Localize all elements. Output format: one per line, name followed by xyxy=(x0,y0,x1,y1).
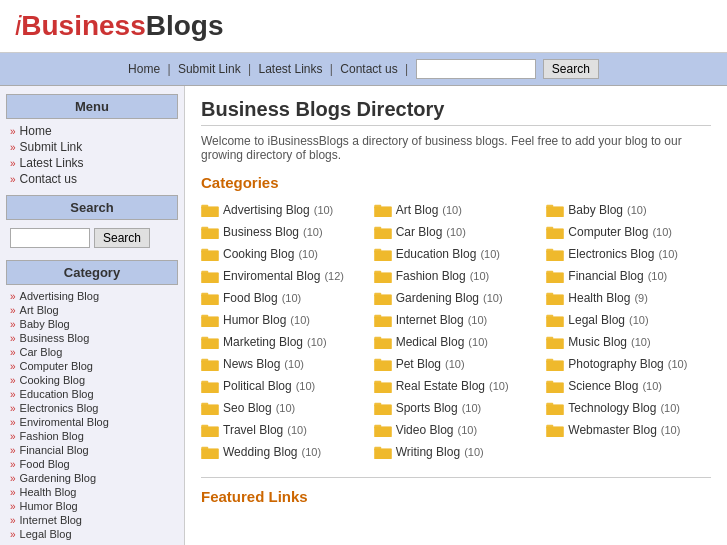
sidebar-category-item[interactable]: » Baby Blog xyxy=(6,317,178,331)
nav-search-button[interactable]: Search xyxy=(543,59,599,79)
sidebar-link-contact[interactable]: Contact us xyxy=(20,172,77,186)
sidebar-category-link[interactable]: Advertising Blog xyxy=(20,290,100,302)
category-link[interactable]: Video Blog xyxy=(396,423,454,437)
category-link[interactable]: Pet Blog xyxy=(396,357,441,371)
sidebar-search-input[interactable] xyxy=(10,228,90,248)
sidebar-category-item[interactable]: » Legal Blog xyxy=(6,527,178,541)
category-link[interactable]: Health Blog xyxy=(568,291,630,305)
category-link[interactable]: Writing Blog xyxy=(396,445,460,459)
sidebar-category-link[interactable]: Cooking Blog xyxy=(20,374,85,386)
sidebar-category-item[interactable]: » Cooking Blog xyxy=(6,373,178,387)
category-link[interactable]: Technology Blog xyxy=(568,401,656,415)
sidebar-category-link[interactable]: Humor Blog xyxy=(20,500,78,512)
category-link[interactable]: Legal Blog xyxy=(568,313,625,327)
sidebar-category-item[interactable]: » Education Blog xyxy=(6,387,178,401)
category-link[interactable]: Wedding Blog xyxy=(223,445,298,459)
nav-search-input[interactable] xyxy=(416,59,536,79)
nav-latest-links[interactable]: Latest Links xyxy=(258,62,322,76)
sidebar-category-item[interactable]: » Gardening Blog xyxy=(6,471,178,485)
category-link[interactable]: Marketing Blog xyxy=(223,335,303,349)
sidebar-category-link[interactable]: Gardening Blog xyxy=(20,472,96,484)
sidebar-category-item[interactable]: » Fashion Blog xyxy=(6,429,178,443)
sidebar-item-home[interactable]: » Home xyxy=(6,123,178,139)
category-count: (10) xyxy=(442,204,462,216)
category-link[interactable]: Education Blog xyxy=(396,247,477,261)
sidebar-category-item[interactable]: » Financial Blog xyxy=(6,443,178,457)
category-item: Fashion Blog (10) xyxy=(374,267,539,285)
category-link[interactable]: Computer Blog xyxy=(568,225,648,239)
category-link[interactable]: Political Blog xyxy=(223,379,292,393)
sidebar-link-submit[interactable]: Submit Link xyxy=(20,140,83,154)
category-link[interactable]: Photography Blog xyxy=(568,357,663,371)
svg-rect-77 xyxy=(374,383,392,394)
sidebar-category-item[interactable]: » Business Blog xyxy=(6,331,178,345)
sidebar-item-submit[interactable]: » Submit Link xyxy=(6,139,178,155)
sidebar-category-item[interactable]: » Computer Blog xyxy=(6,359,178,373)
sidebar-category-item[interactable]: » Internet Blog xyxy=(6,513,178,527)
sidebar-item-contact[interactable]: » Contact us xyxy=(6,171,178,187)
sidebar-menu-title: Menu xyxy=(6,94,178,119)
category-link[interactable]: Electronics Blog xyxy=(568,247,654,261)
category-link[interactable]: Business Blog xyxy=(223,225,299,239)
category-link[interactable]: Cooking Blog xyxy=(223,247,294,261)
category-item: Medical Blog (10) xyxy=(374,333,539,351)
svg-rect-5 xyxy=(374,207,392,218)
arrow-icon: » xyxy=(10,515,16,526)
category-link[interactable]: Webmaster Blog xyxy=(568,423,656,437)
category-count: (10) xyxy=(631,336,651,348)
category-link[interactable]: Food Blog xyxy=(223,291,278,305)
category-link[interactable]: Financial Blog xyxy=(568,269,643,283)
sidebar-category-item[interactable]: » Car Blog xyxy=(6,345,178,359)
sidebar-category-item[interactable]: » Food Blog xyxy=(6,457,178,471)
sidebar-link-home[interactable]: Home xyxy=(20,124,52,138)
category-link[interactable]: Enviromental Blog xyxy=(223,269,320,283)
sidebar-category-item[interactable]: » Enviromental Blog xyxy=(6,415,178,429)
category-link[interactable]: Advertising Blog xyxy=(223,203,310,217)
nav-home[interactable]: Home xyxy=(128,62,160,76)
category-link[interactable]: Medical Blog xyxy=(396,335,465,349)
folder-icon xyxy=(546,203,564,217)
sidebar-category-link[interactable]: Fashion Blog xyxy=(20,430,84,442)
category-link[interactable]: Humor Blog xyxy=(223,313,286,327)
sidebar-category-link[interactable]: Baby Blog xyxy=(20,318,70,330)
category-link[interactable]: Seo Blog xyxy=(223,401,272,415)
sidebar-category-item[interactable]: » Health Blog xyxy=(6,485,178,499)
sidebar-category-link[interactable]: Education Blog xyxy=(20,388,94,400)
sidebar-category-item[interactable]: » Electronics Blog xyxy=(6,401,178,415)
nav-contact[interactable]: Contact us xyxy=(340,62,397,76)
sidebar-category-link[interactable]: Electronics Blog xyxy=(20,402,99,414)
category-count: (10) xyxy=(307,336,327,348)
sidebar-link-latest[interactable]: Latest Links xyxy=(20,156,84,170)
sidebar-category-link[interactable]: Internet Blog xyxy=(20,514,82,526)
sidebar-category-link[interactable]: Computer Blog xyxy=(20,360,93,372)
category-link[interactable]: Internet Blog xyxy=(396,313,464,327)
sidebar-search-button[interactable]: Search xyxy=(94,228,150,248)
category-link[interactable]: Science Blog xyxy=(568,379,638,393)
sidebar-category-item[interactable]: » Humor Blog xyxy=(6,499,178,513)
category-item: Education Blog (10) xyxy=(374,245,539,263)
sidebar-category-link[interactable]: Business Blog xyxy=(20,332,90,344)
category-link[interactable]: Music Blog xyxy=(568,335,627,349)
category-link[interactable]: Sports Blog xyxy=(396,401,458,415)
category-link[interactable]: Fashion Blog xyxy=(396,269,466,283)
sidebar-category-item[interactable]: » Advertising Blog xyxy=(6,289,178,303)
category-link[interactable]: Baby Blog xyxy=(568,203,623,217)
sidebar-category-link[interactable]: Car Blog xyxy=(20,346,63,358)
sidebar-category-link[interactable]: Financial Blog xyxy=(20,444,89,456)
sidebar-category-link[interactable]: Food Blog xyxy=(20,458,70,470)
category-link[interactable]: Travel Blog xyxy=(223,423,283,437)
category-link[interactable]: Art Blog xyxy=(396,203,439,217)
sidebar-item-latest[interactable]: » Latest Links xyxy=(6,155,178,171)
category-link[interactable]: Real Estate Blog xyxy=(396,379,485,393)
sidebar-category-link[interactable]: Enviromental Blog xyxy=(20,416,109,428)
category-link[interactable]: Gardening Blog xyxy=(396,291,479,305)
sidebar-category-link[interactable]: Legal Blog xyxy=(20,528,72,540)
sidebar-category-link[interactable]: Health Blog xyxy=(20,486,77,498)
sidebar-category-item[interactable]: » Art Blog xyxy=(6,303,178,317)
category-link[interactable]: Car Blog xyxy=(396,225,443,239)
category-count: (10) xyxy=(462,402,482,414)
category-link[interactable]: News Blog xyxy=(223,357,280,371)
nav-submit-link[interactable]: Submit Link xyxy=(178,62,241,76)
sidebar-category-link[interactable]: Art Blog xyxy=(20,304,59,316)
logo-blogs: Blogs xyxy=(146,10,224,41)
